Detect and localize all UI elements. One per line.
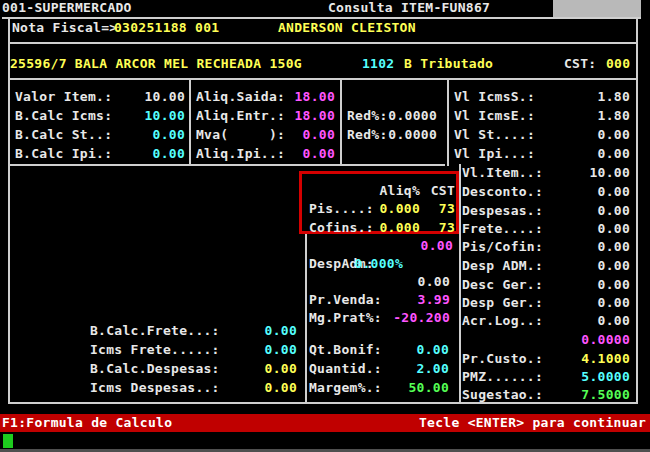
- border-left: [8, 17, 10, 404]
- bcalc-despesas-label: B.Calc.Despesas:: [90, 362, 220, 376]
- vl-icmse-label: Vl IcmsE.:: [454, 109, 535, 123]
- pis-cofins-col-aliq: Aliq%: [340, 184, 420, 198]
- status-f1-hint: F1:Formula de Calculo: [2, 416, 172, 430]
- icms-frete-label: Icms Frete.....:: [90, 343, 220, 357]
- divider-mid-right: [459, 164, 461, 404]
- desp-ger-value: 0.00: [545, 296, 630, 310]
- frete-value: 0.00: [545, 222, 630, 236]
- valor-item-label: Valor Item.:: [15, 90, 112, 104]
- scrollbar-thumb[interactable]: [553, 0, 641, 17]
- despesas-value: 0.00: [545, 204, 630, 218]
- middle-unlabeled-magenta: 0.00: [373, 239, 453, 253]
- vl-ipi-label: Vl Ipi...:: [454, 147, 535, 161]
- invoice-label: Nota Fiscal=>: [12, 21, 117, 35]
- red2-value: 0.0000: [355, 128, 437, 142]
- bcalc-icms-value: 10.00: [100, 109, 185, 123]
- aliq-ipi-value: 0.00: [253, 147, 335, 161]
- product-tax-class: B Tributado: [404, 57, 493, 71]
- quantid-value: 2.00: [369, 362, 449, 376]
- aliq-saida-value: 18.00: [253, 90, 335, 104]
- pis-cofins-col-cst: CST: [425, 184, 455, 198]
- pis-cofin-value: 0.00: [545, 240, 630, 254]
- mva-value: 0.00: [253, 128, 335, 142]
- titlebar-screen-title: Consulta ITEM-FUN867: [328, 1, 490, 15]
- mg-prat-value: -20.200: [370, 311, 450, 325]
- pis-cst-value: 73: [425, 202, 455, 216]
- border-under-product: [8, 78, 637, 80]
- desp-adm-label: Desp ADM.:: [462, 259, 543, 273]
- bcalc-frete-value: 0.00: [222, 324, 297, 338]
- unlabeled-acr-value: 0.0000: [545, 333, 630, 347]
- cofins-cst-value: 73: [425, 221, 455, 235]
- border-under-invoice: [8, 42, 637, 44]
- vl-icmss-label: Vl IcmsS.:: [454, 90, 535, 104]
- invoice-person: ANDERSON CLEISTON: [278, 21, 416, 35]
- pmz-value: 5.0000: [545, 370, 630, 384]
- vl-item-label: Vl.Item..:: [462, 166, 543, 180]
- bcalc-ipi-value: 0.00: [100, 147, 185, 161]
- pis-aliq-value: 0.000: [340, 202, 420, 216]
- desp-ger-label: Desp Ger.:: [462, 296, 543, 310]
- middle-unlabeled-white: 0.00: [370, 275, 450, 289]
- vl-icmss-value: 1.80: [545, 90, 630, 104]
- bcalc-st-label: B.Calc St..:: [15, 128, 112, 142]
- bcalc-st-value: 0.00: [100, 128, 185, 142]
- desc-ger-value: 0.00: [545, 278, 630, 292]
- divider-mid-left: [305, 234, 307, 404]
- divider-col1: [189, 78, 191, 166]
- product-description: 25596/7 BALA ARCOR MEL RECHEADA 150G: [10, 57, 302, 71]
- terminal-cursor[interactable]: [3, 434, 13, 448]
- product-cst-value: 000: [606, 57, 630, 71]
- border-under-taxes: [8, 164, 445, 166]
- border-bottom: [8, 402, 638, 404]
- bcalc-despesas-value: 0.00: [222, 362, 297, 376]
- sugestao-value: 7.5000: [545, 388, 630, 402]
- vl-st-label: Vl St....:: [454, 128, 535, 142]
- cofins-aliq-value: 0.000: [340, 221, 420, 235]
- qt-bonif-value: 0.00: [369, 343, 449, 357]
- divider-col2: [340, 78, 342, 166]
- icms-frete-value: 0.00: [222, 343, 297, 357]
- invoice-number: 030251188 001: [114, 21, 219, 35]
- status-enter-hint: Tecle <ENTER> para continuar: [419, 416, 646, 430]
- pr-custo-label: Pr.Custo.:: [462, 352, 543, 366]
- aliq-entr-value: 18.00: [253, 109, 335, 123]
- product-cfop: 1102: [362, 57, 394, 71]
- border-right: [636, 17, 638, 404]
- red1-value: 0.0000: [355, 109, 437, 123]
- frete-label: Frete....:: [462, 222, 543, 236]
- border-top: [2, 17, 641, 19]
- vl-st-value: 0.00: [545, 128, 630, 142]
- bcalc-ipi-label: B.Calc Ipi.:: [15, 147, 112, 161]
- titlebar-app: 001-SUPERMERCADO: [2, 1, 132, 15]
- despadm-value: 0.000%: [323, 257, 403, 271]
- vl-icmse-value: 1.80: [545, 109, 630, 123]
- product-cst-label: CST:: [564, 57, 596, 71]
- despesas-label: Despesas.:: [462, 204, 543, 218]
- sugestao-label: Sugestao.:: [462, 388, 543, 402]
- desp-adm-value: 0.00: [545, 259, 630, 273]
- desc-ger-label: Desc Ger.:: [462, 278, 543, 292]
- bcalc-icms-label: B.Calc Icms:: [15, 109, 112, 123]
- desconto-label: Desconto.:: [462, 185, 543, 199]
- pis-cofin-label: Pis/Cofin:: [462, 240, 543, 254]
- bcalc-frete-label: B.Calc.Frete...:: [90, 324, 220, 338]
- vl-ipi-value: 0.00: [545, 147, 630, 161]
- divider-col3: [447, 78, 449, 166]
- margem-value: 50.00: [369, 381, 449, 395]
- acr-log-label: Acr.Log..:: [462, 314, 543, 328]
- vl-item-value: 10.00: [545, 166, 630, 180]
- valor-item-value: 10.00: [100, 90, 185, 104]
- icms-despesas-value: 0.00: [222, 381, 297, 395]
- pr-custo-value: 4.1000: [545, 352, 630, 366]
- terminal-screen: 001-SUPERMERCADO Consulta ITEM-FUN867 No…: [0, 0, 650, 452]
- acr-log-value: 0.00: [545, 314, 630, 328]
- pmz-label: PMZ......:: [462, 370, 543, 384]
- pr-venda-value: 3.99: [370, 293, 450, 307]
- desconto-value: 0.00: [545, 185, 630, 199]
- icms-despesas-label: Icms Despesas..:: [90, 381, 220, 395]
